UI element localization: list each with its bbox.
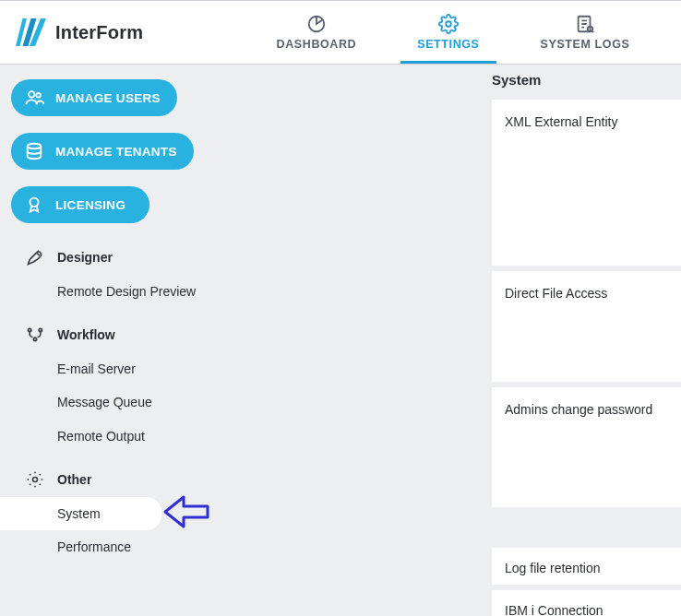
nav-item-remote-output[interactable]: Remote Output [11, 420, 226, 453]
card-xml-external-entity[interactable]: XML External Entity [492, 100, 681, 266]
nav-item-performance[interactable]: Performance [11, 530, 226, 563]
settings-content: System XML External Entity Direct File A… [226, 65, 681, 616]
svg-point-11 [33, 477, 38, 481]
nav-heading-workflow: Workflow [11, 317, 226, 352]
manage-tenants-button[interactable]: MANAGE TENANTS [11, 133, 194, 170]
license-badge-icon [24, 195, 44, 215]
nav-item-email-server[interactable]: E-mail Server [11, 352, 226, 385]
tab-system-logs[interactable]: SYSTEM LOGS [524, 1, 647, 64]
svg-point-7 [30, 198, 38, 207]
nav-section-designer: Designer Remote Design Preview [11, 240, 226, 308]
nav-heading-label: Designer [57, 250, 113, 265]
svg-point-5 [36, 93, 41, 98]
logs-icon [575, 14, 595, 34]
nav-item-message-queue[interactable]: Message Queue [11, 385, 226, 419]
card-log-file-retention[interactable]: Log file retention [492, 548, 681, 585]
button-label: MANAGE USERS [55, 91, 161, 105]
card-title: Log file retention [505, 561, 668, 575]
settings-cards: XML External Entity Direct File Access A… [492, 100, 681, 616]
nav-heading-designer: Designer [11, 240, 226, 275]
app-header: InterForm DASHBOARD SETTINGS SYSTEM LOGS [0, 0, 681, 65]
nav-section-other: Other System Performance [11, 462, 226, 563]
page-title: System [492, 72, 541, 88]
svg-point-4 [29, 91, 34, 97]
settings-sidebar: MANAGE USERS MANAGE TENANTS LICENSING De… [0, 65, 226, 616]
svg-point-1 [446, 21, 451, 27]
nav-heading-label: Workflow [57, 327, 115, 342]
gear-icon [438, 14, 459, 34]
card-title: IBM i Connection [505, 603, 668, 616]
nav-section-workflow: Workflow E-mail Server Message Queue Rem… [11, 317, 226, 453]
nav-heading-label: Other [57, 472, 91, 487]
card-direct-file-access[interactable]: Direct File Access [492, 271, 681, 382]
svg-point-6 [28, 144, 42, 149]
logo-area: InterForm [13, 16, 225, 49]
pen-icon [26, 248, 44, 267]
tab-label: SYSTEM LOGS [541, 38, 630, 51]
card-admins-change-password[interactable]: Admins change password [492, 387, 681, 507]
card-title: Direct File Access [505, 286, 668, 301]
svg-point-10 [33, 338, 36, 341]
branch-icon [26, 326, 44, 344]
users-icon [24, 88, 44, 108]
nav-heading-other: Other [11, 462, 226, 497]
svg-point-9 [39, 329, 42, 332]
card-title: XML External Entity [505, 114, 668, 129]
database-icon [24, 141, 44, 161]
svg-point-8 [29, 329, 31, 332]
pie-chart-icon [306, 14, 327, 34]
app-title: InterForm [55, 22, 143, 43]
tab-label: SETTINGS [417, 38, 479, 51]
header-tabs: DASHBOARD SETTINGS SYSTEM LOGS [225, 1, 681, 64]
card-title: Admins change password [505, 402, 668, 417]
tab-label: DASHBOARD [277, 38, 357, 51]
licensing-button[interactable]: LICENSING [11, 186, 149, 223]
button-label: LICENSING [55, 198, 125, 212]
nav-item-system[interactable]: System [0, 497, 161, 530]
button-label: MANAGE TENANTS [55, 145, 177, 159]
tab-settings[interactable]: SETTINGS [400, 1, 496, 64]
gear-icon [26, 470, 44, 489]
nav-item-remote-design-preview[interactable]: Remote Design Preview [11, 275, 226, 308]
manage-users-button[interactable]: MANAGE USERS [11, 79, 177, 116]
card-ibm-i-connection[interactable]: IBM i Connection [492, 590, 681, 616]
tab-dashboard[interactable]: DASHBOARD [260, 1, 374, 64]
interform-logo-icon [13, 16, 46, 49]
